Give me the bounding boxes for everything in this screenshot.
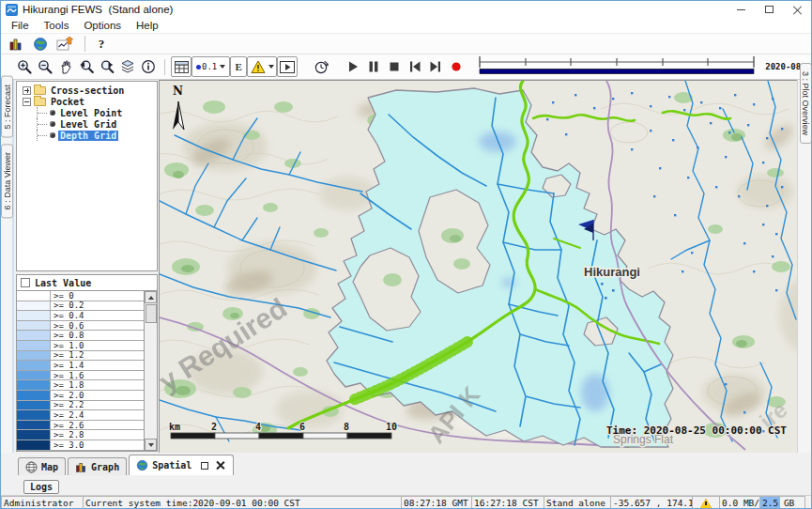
town-label: Hikurangi	[584, 265, 640, 279]
dock-tab-forecast[interactable]: 5 : Forecast	[1, 76, 13, 138]
zoom-out-button[interactable]	[35, 56, 55, 77]
zoom-previous-button[interactable]	[76, 56, 97, 77]
status-gmt-time: 08:27:18 GMT	[401, 496, 472, 509]
help-button[interactable]: ?	[91, 34, 112, 54]
scale-icon: E	[236, 61, 242, 72]
logs-row: Logs	[1, 475, 811, 495]
zoom-in-button[interactable]	[14, 56, 35, 77]
warning-status-icon[interactable]	[700, 499, 712, 508]
pause-icon	[367, 60, 380, 73]
legend-panel: Last Value >= 0>= 0.2>= 0.4>= 0.6>= 0.8>…	[16, 274, 158, 452]
tree-guide-line	[37, 107, 47, 118]
close-button[interactable]	[783, 1, 811, 18]
legend-class-list: >= 0>= 0.2>= 0.4>= 0.6>= 0.8>= 1.0>= 1.2…	[17, 291, 144, 451]
legend-row: >= 0.2	[17, 301, 144, 312]
tree-node-label[interactable]: Pocket	[49, 97, 86, 107]
class-interval-button[interactable]: 0.1	[192, 56, 230, 77]
logs-button[interactable]: Logs	[23, 480, 59, 494]
legend-swatch	[17, 361, 51, 370]
legend-label: >= 1.8	[51, 380, 144, 390]
window-title: Hikurangi FEWS (Stand alone)	[23, 4, 173, 15]
last-frame-button[interactable]	[425, 56, 446, 77]
animation-icon	[280, 61, 295, 73]
tree-node-label[interactable]: Depth Grid	[58, 131, 118, 141]
timer-icon	[314, 59, 329, 75]
globe-icon	[136, 459, 148, 471]
legend-swatch	[17, 440, 51, 450]
dock-tab-plot-overview[interactable]: 3 : Plot Overview	[800, 63, 812, 144]
scrollbar-thumb[interactable]	[146, 304, 157, 323]
status-text: Current system time:2020-09-01 00:00 CST	[85, 498, 300, 508]
pan-button[interactable]	[55, 56, 76, 77]
tab-spatial[interactable]: Spatial	[129, 455, 234, 475]
legend-label: >= 2.0	[51, 391, 144, 400]
scroll-up-button[interactable]	[145, 291, 157, 303]
legend-label: >= 1.6	[51, 371, 144, 380]
legend-row: >= 3.0	[17, 440, 144, 451]
legend-swatch	[17, 421, 51, 430]
svg-text:10: 10	[386, 422, 397, 432]
map-panel: y Required API K ire Hikurangi Springs F…	[159, 80, 797, 453]
legend-swatch	[17, 371, 51, 380]
minimize-button[interactable]	[727, 1, 755, 18]
tree-node-level-grid[interactable]: Level Grid	[17, 118, 157, 130]
dock-tab-data-viewer[interactable]: 6 : Data Viewer	[1, 144, 13, 218]
info-button[interactable]	[138, 56, 159, 77]
status-text: 08:27:18 GMT	[404, 498, 468, 508]
map-canvas[interactable]: y Required API K ire Hikurangi Springs F…	[160, 81, 797, 453]
thresholds-button[interactable]	[247, 56, 277, 77]
menu-tools[interactable]: Tools	[37, 19, 77, 32]
pan-hand-icon	[58, 59, 73, 74]
chart-up-button[interactable]	[54, 34, 75, 54]
legend-row: >= 2.6	[17, 421, 144, 431]
help-icon: ?	[99, 37, 105, 52]
animation-button[interactable]	[277, 56, 298, 77]
timeline-slider[interactable]	[476, 54, 758, 80]
record-button[interactable]	[446, 56, 467, 77]
menu-options[interactable]: Options	[76, 19, 129, 32]
tree-node-label[interactable]: Cross-section	[49, 85, 126, 96]
legend-scrollbar[interactable]	[144, 291, 157, 451]
tree-node-label[interactable]: Level Point	[58, 108, 124, 118]
legend-swatch	[17, 410, 51, 420]
panel-close-icon[interactable]	[216, 461, 224, 470]
status-text: Administrator	[4, 498, 73, 508]
legend-label: >= 0	[51, 291, 144, 301]
wire-globe-icon	[25, 461, 38, 473]
pause-button[interactable]	[363, 56, 384, 77]
expand-icon[interactable]	[23, 86, 31, 95]
scroll-down-button[interactable]	[145, 439, 157, 451]
stop-button[interactable]	[384, 56, 405, 77]
data-display-button[interactable]	[6, 34, 26, 54]
menu-help[interactable]: Help	[129, 19, 166, 32]
status-mode: Stand alone	[544, 496, 611, 509]
collapse-icon[interactable]	[23, 98, 31, 106]
spatial-display-button[interactable]	[30, 34, 51, 54]
grid-display-button[interactable]	[171, 56, 192, 77]
maximize-button[interactable]	[755, 1, 783, 18]
status-text: 2.5 GB	[762, 498, 794, 508]
last-value-checkbox[interactable]	[21, 278, 30, 287]
tree-node-level-point[interactable]: Level Point	[17, 107, 157, 118]
legend-row: >= 1.0	[17, 341, 144, 351]
menu-file[interactable]: File	[4, 19, 37, 32]
status-memory: 2.5 GB	[759, 496, 805, 509]
main-toolbar: ?	[1, 34, 811, 54]
tree-node-depth-grid[interactable]: Depth Grid	[17, 130, 157, 141]
tree-node-pocket[interactable]: Pocket	[17, 96, 157, 107]
zoom-next-button[interactable]	[97, 56, 117, 77]
tree-node-label[interactable]: Level Grid	[58, 119, 118, 130]
node-bullet-icon	[50, 121, 55, 127]
status-coordinates: -35.657 , 174.199	[610, 496, 693, 509]
menu-bar: FileToolsOptionsHelp	[1, 18, 811, 34]
layers-button[interactable]	[117, 56, 138, 77]
tree-node-cross-section[interactable]: Cross-section	[17, 85, 157, 96]
data-display-icon	[8, 37, 23, 52]
tab-map[interactable]: Map	[18, 457, 66, 475]
play-button[interactable]	[343, 56, 363, 77]
panel-maximize-icon[interactable]	[201, 462, 208, 470]
tab-graph[interactable]: Graph	[68, 457, 127, 475]
first-frame-button[interactable]	[405, 56, 425, 77]
timer-button[interactable]	[311, 56, 331, 77]
scale-button[interactable]: E	[230, 56, 247, 77]
